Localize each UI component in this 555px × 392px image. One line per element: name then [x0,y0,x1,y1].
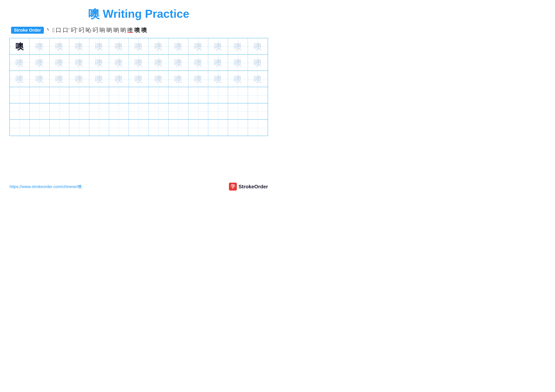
practice-grid: 噢 噢 噢 噢 噢 噢 噢 噢 噢 噢 噢 噢 噢 噢 噢 噢 噢 噢 噢 噢 … [9,38,268,136]
cell-4-1[interactable] [10,87,29,103]
cell-6-3[interactable] [50,120,69,136]
cell-1-10: 噢 [188,38,208,55]
title-rest: Writing Practice [100,7,189,20]
cell-2-7: 噢 [129,55,149,71]
cell-6-7[interactable] [129,120,149,136]
cell-2-11: 噢 [208,55,228,71]
cell-6-6[interactable] [109,120,129,136]
cell-3-2: 噢 [29,71,49,87]
cell-6-8[interactable] [149,120,168,136]
cell-2-5: 噢 [89,55,109,71]
cell-6-4[interactable] [69,120,89,136]
cell-3-13: 噢 [248,71,268,87]
cell-4-7[interactable] [129,87,149,103]
cell-1-7: 噢 [129,38,149,55]
grid-row-3: 噢 噢 噢 噢 噢 噢 噢 噢 噢 噢 噢 噢 噢 [10,71,268,87]
stroke-12: 喲 [120,26,126,34]
cell-2-6: 噢 [109,55,129,71]
cell-3-10: 噢 [188,71,208,87]
stroke-13: 噢 [127,26,133,34]
stroke-15: 噢 [141,26,147,34]
cell-6-10[interactable] [188,120,208,136]
footer-logo: 字 StrokeOrder [229,183,268,191]
cell-1-1: 噢 [10,38,29,55]
cell-1-12: 噢 [228,38,248,55]
strokeorder-logo-text: StrokeOrder [238,184,268,190]
cell-1-5: 噢 [89,38,109,55]
strokeorder-logo-icon: 字 [229,183,237,191]
cell-4-10[interactable] [188,87,208,103]
cell-1-3: 噢 [50,38,69,55]
cell-6-2[interactable] [29,120,49,136]
grid-row-2: 噢 噢 噢 噢 噢 噢 噢 噢 噢 噢 噢 噢 噢 [10,55,268,71]
cell-3-7: 噢 [129,71,149,87]
cell-4-13[interactable] [248,87,268,103]
cell-2-9: 噢 [168,55,188,71]
cell-4-11[interactable] [208,87,228,103]
cell-5-11[interactable] [208,103,228,120]
cell-6-11[interactable] [208,120,228,136]
cell-5-1[interactable] [10,103,29,120]
cell-1-4: 噢 [69,38,89,55]
stroke-14: 噢 [134,26,140,34]
stroke-9: 响 [100,26,105,34]
cell-2-13: 噢 [248,55,268,71]
cell-3-9: 噢 [168,71,188,87]
cell-2-2: 噢 [29,55,49,71]
cell-2-3: 噢 [50,55,69,71]
stroke-10: 喲 [106,26,112,34]
stroke-5: 叼' [71,26,78,34]
cell-4-3[interactable] [50,87,69,103]
cell-5-7[interactable] [129,103,149,120]
cell-4-2[interactable] [29,87,49,103]
cell-4-12[interactable] [228,87,248,103]
cell-6-12[interactable] [228,120,248,136]
cell-4-8[interactable] [149,87,168,103]
cell-5-6[interactable] [109,103,129,120]
cell-6-9[interactable] [168,120,188,136]
cell-6-1[interactable] [10,120,29,136]
cell-5-2[interactable] [29,103,49,120]
stroke-1: 丶 [45,26,51,34]
stroke-6: 叼 [79,26,84,34]
cell-5-3[interactable] [50,103,69,120]
cell-3-4: 噢 [69,71,89,87]
cell-2-4: 噢 [69,55,89,71]
cell-3-3: 噢 [50,71,69,87]
cell-3-11: 噢 [208,71,228,87]
stroke-3: 口 [56,26,61,34]
title-char: 噢 [88,7,100,20]
cell-5-13[interactable] [248,103,268,120]
cell-3-8: 噢 [149,71,168,87]
page-title: 噢 Writing Practice [9,6,268,21]
cell-2-10: 噢 [188,55,208,71]
cell-5-8[interactable] [149,103,168,120]
grid-row-5 [10,103,268,120]
cell-5-5[interactable] [89,103,109,120]
cell-4-5[interactable] [89,87,109,103]
footer-url[interactable]: https://www.strokeorder.com/chinese/噢 [9,184,82,189]
cell-1-11: 噢 [208,38,228,55]
cell-1-2: 噢 [29,38,49,55]
stroke-11: 喲 [113,26,119,34]
cell-6-5[interactable] [89,120,109,136]
cell-5-4[interactable] [69,103,89,120]
cell-4-9[interactable] [168,87,188,103]
cell-1-6: 噢 [109,38,129,55]
grid-row-4 [10,87,268,103]
cell-5-12[interactable] [228,103,248,120]
cell-4-6[interactable] [109,87,129,103]
cell-5-9[interactable] [168,103,188,120]
cell-3-5: 噢 [89,71,109,87]
cell-5-10[interactable] [188,103,208,120]
cell-2-8: 噢 [149,55,168,71]
cell-1-9: 噢 [168,38,188,55]
cell-1-13: 噢 [248,38,268,55]
cell-2-1: 噢 [10,55,29,71]
stroke-4: 口' [63,26,69,34]
stroke-order-row: Stroke Order 丶 𠃍 口 口' 叼' 叼 吣 叼 响 喲 喲 喲 噢… [9,26,268,34]
cell-4-4[interactable] [69,87,89,103]
cell-2-12: 噢 [228,55,248,71]
stroke-order-badge: Stroke Order [11,27,44,34]
cell-6-13[interactable] [248,120,268,136]
